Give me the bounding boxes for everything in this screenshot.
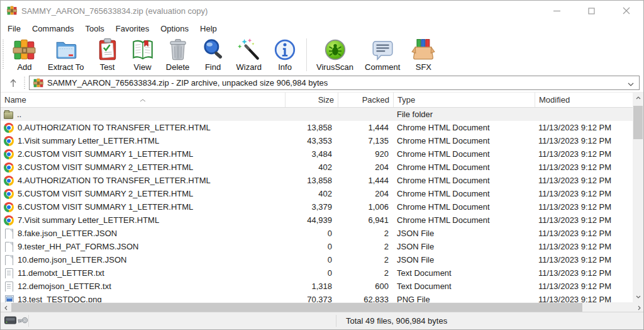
horizontal-scrollbar-thumb[interactable] <box>11 303 582 312</box>
table-row[interactable]: 10.demo.json_LETTER.JSON02JSON File11/13… <box>1 253 634 266</box>
menu-favorites[interactable]: Favorites <box>110 22 155 35</box>
status-total-text: Total 49 files, 906,984 bytes <box>346 312 447 329</box>
table-row[interactable]: 8.fake.json_LETTER.JSON02JSON File11/13/… <box>1 227 634 240</box>
chrome-icon <box>4 202 14 212</box>
file-name-cell: 4.AUTHORIZATION TO TRANSFER_LETTER.HTML <box>1 176 286 186</box>
file-packed-cell: 6,941 <box>338 215 394 225</box>
archive-path-combobox[interactable]: SAMMY_AARON_765633834.zip - ZIP archive,… <box>29 76 640 90</box>
file-name-text: 8.fake.json_LETTER.JSON <box>18 229 117 238</box>
vertical-scrollbar-thumb[interactable] <box>633 106 643 139</box>
comment-bubble-icon <box>370 38 394 62</box>
file-name-text: 6.CUSTOM VISIT SUMMARY 1_LETTER.HTML <box>18 202 193 212</box>
chrome-icon <box>4 189 14 199</box>
maximize-icon[interactable] <box>574 1 609 21</box>
key-icon[interactable] <box>18 316 28 327</box>
file-packed-cell: 2 <box>338 255 394 265</box>
find-magnifier-icon <box>201 38 225 62</box>
view-button[interactable]: View <box>125 36 160 72</box>
toolbar-button-label: SFX <box>416 62 431 72</box>
toolbar-button-label: Comment <box>365 62 400 72</box>
menu-commands[interactable]: Commands <box>26 22 79 35</box>
file-size-cell: 43,353 <box>286 136 338 145</box>
file-name-text: 5.CUSTOM VISIT SUMMARY 2_LETTER.HTML <box>18 189 193 198</box>
file-type-cell: Chrome HTML Document <box>394 162 535 172</box>
file-size-cell: 0 <box>286 268 338 278</box>
file-size-cell: 0 <box>286 242 338 251</box>
delete-trash-icon <box>166 38 190 62</box>
chrome-icon <box>4 162 14 173</box>
toolbar-button-label: Extract To <box>48 62 84 72</box>
wizard-button[interactable]: Wizard <box>231 36 267 72</box>
table-row[interactable]: 2.CUSTOM VISIT SUMMARY 1_LETTER.HTML3,48… <box>1 147 634 161</box>
table-row[interactable]: ..File folder <box>1 108 634 121</box>
file-size-cell: 402 <box>286 189 338 198</box>
table-row[interactable]: 3.CUSTOM VISIT SUMMARY 2_LETTER.HTML4022… <box>1 161 634 174</box>
combobox-dropdown-icon[interactable] <box>628 77 634 89</box>
column-header-packed[interactable]: Packed <box>338 93 394 107</box>
file-modified-cell: 11/13/2023 9:12 PM <box>535 282 634 291</box>
column-header-size[interactable]: Size <box>286 93 338 107</box>
extract-to-button[interactable]: Extract To <box>42 36 90 72</box>
table-row[interactable]: 7.Visit summary Letter_LETTER.HTML44,939… <box>1 213 634 227</box>
file-packed-cell: 600 <box>338 282 394 291</box>
column-header-type[interactable]: Type <box>394 93 535 107</box>
table-row[interactable]: 11.demotxt_LETTER.txt02Text Document11/1… <box>1 266 634 280</box>
text-file-icon <box>4 282 14 292</box>
file-name-text: 12.demojson_LETTER.txt <box>18 282 111 291</box>
close-icon[interactable] <box>609 1 643 21</box>
file-size-cell: 0 <box>286 255 338 265</box>
add-button[interactable]: Add <box>7 36 42 72</box>
file-name-text: 2.CUSTOM VISIT SUMMARY 1_LETTER.HTML <box>18 149 193 159</box>
disk-icon[interactable] <box>4 316 16 327</box>
menu-options[interactable]: Options <box>155 22 194 35</box>
file-type-cell: JSON File <box>394 242 535 251</box>
file-type-cell: JSON File <box>394 255 535 265</box>
table-row[interactable]: 5.CUSTOM VISIT SUMMARY 2_LETTER.HTML4022… <box>1 187 634 200</box>
up-one-level-icon[interactable] <box>5 76 21 91</box>
table-row[interactable]: 13.test_TESTDOC.png70,37362,833PNG File1… <box>1 293 634 302</box>
extract-folder-icon <box>54 38 78 62</box>
table-row[interactable]: 12.demojson_LETTER.txt1,318600Text Docum… <box>1 280 634 293</box>
file-modified-cell: 11/13/2023 9:12 PM <box>535 136 634 145</box>
file-size-cell: 13,858 <box>286 123 338 132</box>
title-bar: SAMMY_AARON_765633834.zip (evaluation co… <box>1 1 643 21</box>
find-button[interactable]: Find <box>196 36 231 72</box>
folder-icon <box>4 111 13 119</box>
file-packed-cell: 2 <box>338 229 394 238</box>
table-row[interactable]: 4.AUTHORIZATION TO TRANSFER_LETTER.HTML1… <box>1 174 634 187</box>
toolbar-button-label: View <box>134 62 152 72</box>
column-header-row: NameSizePackedTypeModified <box>1 93 634 108</box>
scroll-down-icon[interactable] <box>633 292 643 302</box>
vertical-scrollbar[interactable] <box>633 93 643 302</box>
column-header-modified[interactable]: Modified <box>535 93 634 107</box>
test-button[interactable]: Test <box>90 36 125 72</box>
file-packed-cell: 1,444 <box>338 176 394 185</box>
info-button[interactable]: Info <box>267 36 303 72</box>
delete-button[interactable]: Delete <box>160 36 196 72</box>
file-type-cell: Chrome HTML Document <box>394 215 535 225</box>
comment-button[interactable]: Comment <box>359 36 406 72</box>
file-name-cell: 2.CUSTOM VISIT SUMMARY 1_LETTER.HTML <box>1 149 286 159</box>
menu-tools[interactable]: Tools <box>79 22 109 35</box>
file-size-cell: 3,484 <box>286 149 338 159</box>
file-name-text: 10.demo.json_LETTER.JSON <box>18 255 126 265</box>
winrar-window: SAMMY_AARON_765633834.zip (evaluation co… <box>0 0 644 330</box>
sfx-box-icon <box>411 38 435 62</box>
file-name-cell: 9.tester_HH_PAT_FORMS.JSON <box>1 242 286 252</box>
scroll-up-icon[interactable] <box>633 93 643 103</box>
minimize-icon[interactable] <box>540 1 574 21</box>
file-modified-cell: 11/13/2023 9:12 PM <box>535 176 634 185</box>
toolbar-button-label: Delete <box>166 62 190 72</box>
table-row[interactable]: 0.AUTHORIZATION TO TRANSFER_LETTER.HTML1… <box>1 121 634 134</box>
table-row[interactable]: 9.tester_HH_PAT_FORMS.JSON02JSON File11/… <box>1 240 634 253</box>
file-name-cell: 13.test_TESTDOC.png <box>1 295 286 303</box>
table-row[interactable]: 1.Visit summary Letter_LETTER.HTML43,353… <box>1 134 634 147</box>
file-modified-cell: 11/13/2023 9:12 PM <box>535 149 634 159</box>
menu-file[interactable]: File <box>2 22 26 35</box>
file-size-cell: 44,939 <box>286 215 338 225</box>
virusscan-button[interactable]: VirusScan <box>311 36 359 72</box>
table-row[interactable]: 6.CUSTOM VISIT SUMMARY 1_LETTER.HTML3,37… <box>1 200 634 213</box>
sfx-button[interactable]: SFX <box>406 36 441 72</box>
menu-help[interactable]: Help <box>194 22 223 35</box>
chrome-icon <box>4 136 14 146</box>
